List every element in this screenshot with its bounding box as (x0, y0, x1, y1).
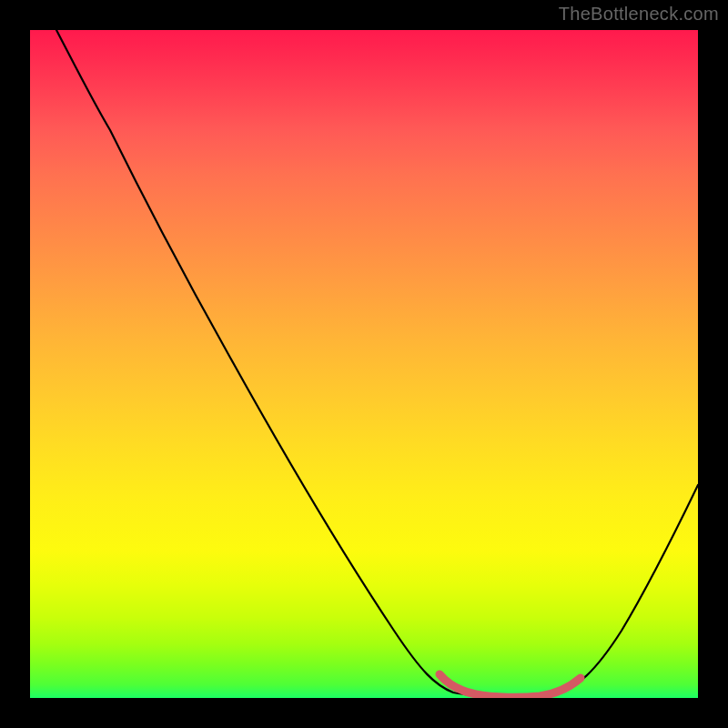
bottleneck-curve (56, 30, 698, 697)
watermark-text: TheBottleneck.com (559, 4, 719, 25)
chart-curves-svg (30, 30, 698, 698)
chart-plot-area (30, 30, 698, 698)
optimal-range-marker (440, 674, 581, 697)
